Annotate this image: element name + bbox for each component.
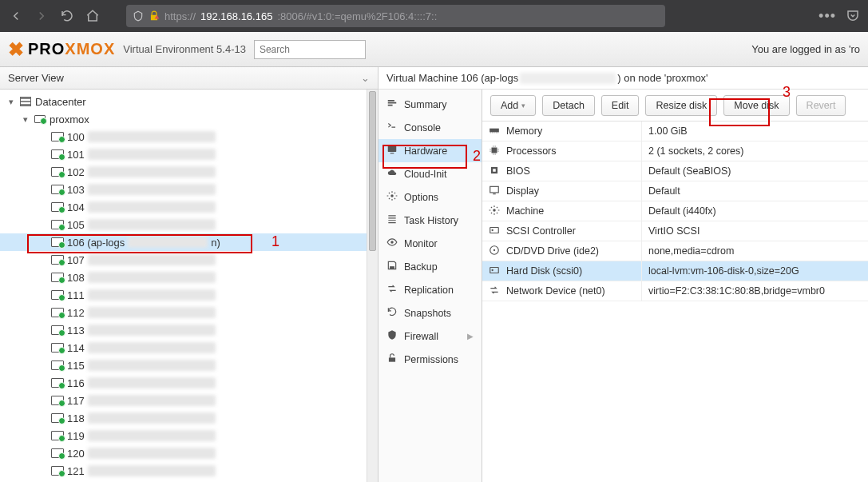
tree-vm-103[interactable]: 103 bbox=[0, 181, 367, 198]
hw-row-hard-disk-scsi0-[interactable]: Hard Disk (scsi0)local-lvm:vm-106-disk-0… bbox=[482, 261, 868, 281]
nav-monitor[interactable]: Monitor bbox=[379, 232, 482, 255]
tree-vm-121[interactable]: 121 bbox=[0, 462, 367, 480]
redacted-text bbox=[88, 360, 216, 371]
tree-vm-118[interactable]: 118 bbox=[0, 409, 367, 427]
back-button[interactable] bbox=[8, 8, 24, 24]
monitor-icon bbox=[489, 185, 500, 198]
server-view-dropdown[interactable]: Server View ⌄ bbox=[0, 67, 378, 90]
nav-task-history[interactable]: Task History bbox=[379, 209, 482, 232]
tree-vm-100[interactable]: 100 bbox=[0, 128, 367, 145]
add-button[interactable]: Add▾ bbox=[490, 95, 536, 116]
hw-row-scsi-controller[interactable]: SCSI ControllerVirtIO SCSI bbox=[482, 221, 868, 241]
hw-row-cd-dvd-drive-ide2-[interactable]: CD/DVD Drive (ide2)none,media=cdrom bbox=[482, 241, 868, 261]
svg-rect-3 bbox=[390, 266, 394, 269]
edit-button[interactable]: Edit bbox=[601, 95, 640, 116]
nav-permissions[interactable]: Permissions bbox=[379, 348, 482, 371]
env-label: Virtual Environment 5.4-13 bbox=[123, 43, 246, 55]
redacted-text bbox=[88, 377, 216, 388]
tree-vm-117[interactable]: 117 bbox=[0, 392, 367, 409]
hw-row-memory[interactable]: Memory1.00 GiB bbox=[482, 121, 868, 141]
net-icon bbox=[489, 285, 500, 298]
redacted-text bbox=[88, 272, 216, 283]
nav-snapshots[interactable]: Snapshots bbox=[379, 301, 482, 325]
redacted-text bbox=[88, 412, 216, 424]
nav-firewall[interactable]: Firewall▶ bbox=[379, 325, 482, 348]
app-header: ✖ PROXMOX Virtual Environment 5.4-13 You… bbox=[0, 32, 868, 67]
chevron-right-icon: ▶ bbox=[467, 332, 474, 341]
svg-point-16 bbox=[492, 269, 493, 270]
hdd-icon bbox=[489, 225, 500, 238]
tree-vm-112[interactable]: 112 bbox=[0, 304, 367, 321]
pocket-icon[interactable] bbox=[846, 9, 860, 23]
svg-point-1 bbox=[390, 194, 394, 197]
breadcrumb: Virtual Machine 106 (ap-logs ) on node '… bbox=[379, 67, 868, 90]
url-text-rest: :8006/#v1:0:=qemu%2F106:4::::7:: bbox=[277, 10, 437, 22]
svg-rect-11 bbox=[490, 227, 499, 233]
reload-button[interactable] bbox=[59, 8, 75, 24]
tree-vm-108[interactable]: 108 bbox=[0, 269, 367, 286]
cpu-icon bbox=[489, 145, 500, 158]
hw-row-machine[interactable]: MachineDefault (i440fx) bbox=[482, 201, 868, 221]
history-icon bbox=[386, 306, 398, 320]
hw-row-network-device-net0-[interactable]: Network Device (net0)virtio=F2:C3:38:1C:… bbox=[482, 281, 868, 301]
resource-tree[interactable]: ▾Datacenter▾proxmox100101102103104105106… bbox=[0, 90, 367, 482]
home-button[interactable] bbox=[85, 8, 101, 24]
nav-replication[interactable]: Replication bbox=[379, 278, 482, 301]
nav-summary[interactable]: Summary bbox=[379, 93, 482, 116]
forward-button[interactable] bbox=[34, 8, 50, 24]
unlock-icon bbox=[386, 353, 398, 366]
tree-vm-107[interactable]: 107 bbox=[0, 251, 367, 269]
shield-icon bbox=[133, 10, 144, 22]
tree-vm-113[interactable]: 113 bbox=[0, 321, 367, 339]
svg-point-10 bbox=[493, 209, 496, 212]
cd-icon bbox=[489, 245, 500, 258]
browser-toolbar: https://192.168.16.165:8006/#v1:0:=qemu%… bbox=[0, 0, 868, 32]
annotation-label-2: 2 bbox=[473, 148, 481, 165]
tree-scrollbar[interactable] bbox=[367, 90, 378, 482]
tree-vm-111[interactable]: 111 bbox=[0, 286, 367, 304]
tree-vm-119[interactable]: 119 bbox=[0, 427, 367, 444]
tree-node-proxmox[interactable]: ▾proxmox bbox=[0, 110, 367, 128]
hw-row-bios[interactable]: BIOSDefault (SeaBIOS) bbox=[482, 161, 868, 181]
url-text-host: 192.168.16.165 bbox=[200, 10, 272, 22]
redacted-text bbox=[88, 184, 216, 195]
console-icon bbox=[386, 121, 398, 134]
tree-vm-101[interactable]: 101 bbox=[0, 145, 367, 163]
repl-icon bbox=[386, 283, 398, 297]
summary-icon bbox=[386, 98, 398, 111]
revert-button: Revert bbox=[796, 95, 846, 116]
tree-vm-115[interactable]: 115 bbox=[0, 357, 367, 374]
cloud-icon bbox=[386, 167, 398, 181]
svg-rect-6 bbox=[492, 147, 497, 153]
tree-vm-105[interactable]: 105 bbox=[0, 216, 367, 233]
hw-row-display[interactable]: DisplayDefault bbox=[482, 181, 868, 201]
scroll-thumb[interactable] bbox=[369, 91, 376, 251]
detach-button[interactable]: Detach bbox=[542, 95, 595, 116]
chip-icon bbox=[489, 165, 500, 178]
nav-options[interactable]: Options bbox=[379, 185, 482, 209]
tree-vm-116[interactable]: 116 bbox=[0, 374, 367, 392]
hardware-toolbar: Add▾ Detach Edit Resize disk Move disk R… bbox=[482, 90, 868, 121]
chevron-down-icon: ▾ bbox=[521, 102, 525, 110]
browser-menu-icon[interactable]: ••• bbox=[818, 8, 836, 25]
proxmox-logo: ✖ PROXMOX bbox=[8, 38, 115, 61]
redacted-text bbox=[88, 395, 216, 406]
search-input[interactable] bbox=[254, 40, 366, 59]
hdd-icon bbox=[489, 265, 500, 278]
redacted-text bbox=[88, 166, 216, 177]
tree-vm-102[interactable]: 102 bbox=[0, 163, 367, 181]
nav-console[interactable]: Console bbox=[379, 116, 482, 139]
tree-datacenter[interactable]: ▾Datacenter bbox=[0, 93, 367, 110]
nav-backup[interactable]: Backup bbox=[379, 255, 482, 278]
tree-vm-104[interactable]: 104 bbox=[0, 198, 367, 216]
hw-row-processors[interactable]: Processors2 (1 sockets, 2 cores) bbox=[482, 141, 868, 161]
tree-vm-114[interactable]: 114 bbox=[0, 339, 367, 357]
lock-warning-icon bbox=[149, 10, 160, 22]
redacted-text bbox=[88, 448, 216, 459]
hardware-table[interactable]: Memory1.00 GiBProcessors2 (1 sockets, 2 … bbox=[482, 121, 868, 482]
resize-disk-button[interactable]: Resize disk bbox=[645, 95, 717, 116]
login-status: You are logged in as 'ro bbox=[751, 43, 860, 55]
tree-vm-120[interactable]: 120 bbox=[0, 444, 367, 462]
svg-rect-9 bbox=[490, 186, 499, 193]
url-bar[interactable]: https://192.168.16.165:8006/#v1:0:=qemu%… bbox=[126, 5, 665, 27]
